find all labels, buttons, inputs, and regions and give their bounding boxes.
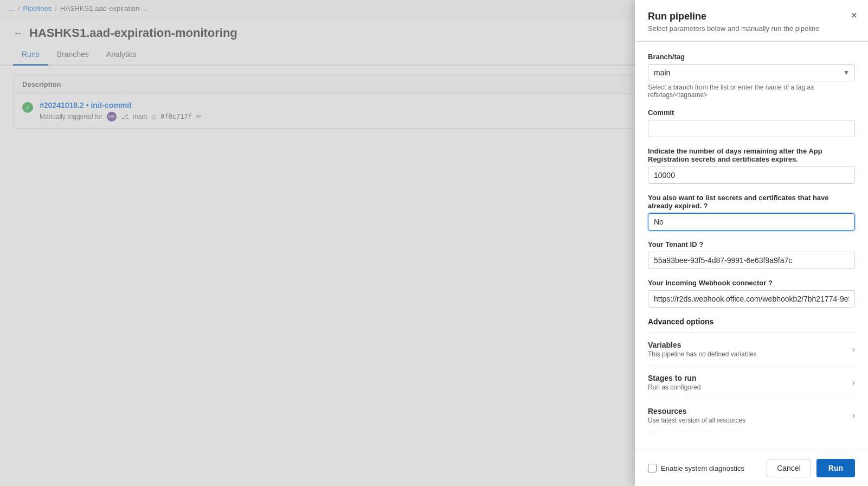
variables-expandable[interactable]: Variables This pipeline has no defined v… <box>648 332 855 366</box>
branch-hint: Select a branch from the list or enter t… <box>648 84 855 99</box>
already-expired-field: You also want to list secrets and certif… <box>648 194 855 231</box>
days-remaining-input[interactable] <box>648 167 855 184</box>
stages-chevron-icon: › <box>852 378 855 387</box>
run-pipeline-panel: Run pipeline Select parameters below and… <box>635 0 868 486</box>
branch-tag-field: Branch/tag main ▼ Select a branch from t… <box>648 53 855 99</box>
days-remaining-field: Indicate the number of days remaining af… <box>648 147 855 184</box>
expired-input[interactable] <box>648 213 855 231</box>
panel-subtitle: Select parameters below and manually run… <box>648 24 855 33</box>
close-button[interactable]: × <box>851 10 857 21</box>
resources-label: Resources <box>648 407 745 415</box>
tenant-id-field: Your Tenant ID ? <box>648 240 855 269</box>
variables-info: Variables This pipeline has no defined v… <box>648 341 757 358</box>
already-expired-label: You also want to list secrets and certif… <box>648 194 855 210</box>
run-button[interactable]: Run <box>816 459 855 477</box>
resources-sublabel: Use latest version of all resources <box>648 417 745 424</box>
stages-sublabel: Run as configured <box>648 383 700 391</box>
resources-info: Resources Use latest version of all reso… <box>648 407 745 424</box>
stages-label: Stages to run <box>648 374 700 382</box>
commit-field: Commit <box>648 108 855 137</box>
panel-title: Run pipeline <box>648 11 855 22</box>
advanced-options-title: Advanced options <box>648 317 855 326</box>
diagnostics-label[interactable]: Enable system diagnostics <box>648 464 744 472</box>
tenant-id-input[interactable] <box>648 252 855 269</box>
webhook-label: Your Incoming Webhook connector ? <box>648 279 855 287</box>
resources-expandable[interactable]: Resources Use latest version of all reso… <box>648 399 855 432</box>
cancel-button[interactable]: Cancel <box>767 459 811 477</box>
commit-input[interactable] <box>648 120 855 137</box>
tenant-id-label: Your Tenant ID ? <box>648 240 855 248</box>
variables-sublabel: This pipeline has no defined variables <box>648 350 757 358</box>
main-page: ... / Pipelines / HASHKS1.aad-expiration… <box>0 0 868 486</box>
panel-footer: Enable system diagnostics Cancel Run <box>635 450 868 486</box>
resources-chevron-icon: › <box>852 411 855 420</box>
stages-expandable[interactable]: Stages to run Run as configured › <box>648 366 855 399</box>
panel-body: Branch/tag main ▼ Select a branch from t… <box>635 42 868 450</box>
webhook-field: Your Incoming Webhook connector ? <box>648 279 855 308</box>
commit-label: Commit <box>648 108 855 117</box>
days-remaining-label: Indicate the number of days remaining af… <box>648 147 855 163</box>
panel-header: Run pipeline Select parameters below and… <box>635 0 868 42</box>
diagnostics-checkbox[interactable] <box>648 464 657 472</box>
footer-buttons: Cancel Run <box>767 459 855 477</box>
branch-tag-label: Branch/tag <box>648 53 855 61</box>
branch-select[interactable]: main <box>648 64 855 81</box>
diagnostics-text: Enable system diagnostics <box>661 464 744 472</box>
webhook-input[interactable] <box>648 290 855 308</box>
stages-info: Stages to run Run as configured <box>648 374 700 391</box>
variables-chevron-icon: › <box>852 345 855 354</box>
branch-select-wrapper: main ▼ <box>648 64 855 81</box>
variables-label: Variables <box>648 341 757 349</box>
